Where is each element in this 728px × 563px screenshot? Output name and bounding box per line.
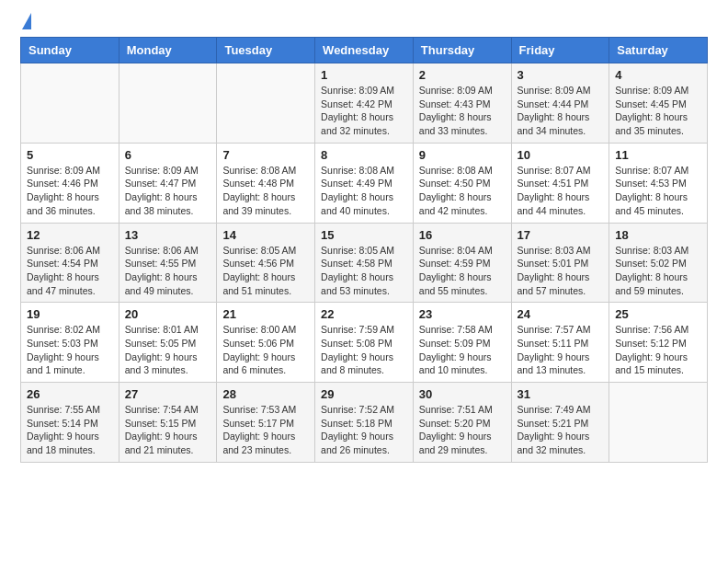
week-row-5: 26Sunrise: 7:55 AM Sunset: 5:14 PM Dayli…	[21, 383, 708, 463]
day-info: Sunrise: 8:09 AM Sunset: 4:46 PM Dayligh…	[27, 164, 113, 218]
day-number: 2	[419, 68, 506, 82]
day-cell: 27Sunrise: 7:54 AM Sunset: 5:15 PM Dayli…	[119, 383, 217, 463]
day-cell: 26Sunrise: 7:55 AM Sunset: 5:14 PM Dayli…	[21, 383, 119, 463]
day-info: Sunrise: 8:09 AM Sunset: 4:47 PM Dayligh…	[125, 164, 211, 218]
day-cell	[217, 63, 315, 144]
day-cell	[609, 383, 708, 463]
day-cell: 28Sunrise: 7:53 AM Sunset: 5:17 PM Dayli…	[217, 383, 315, 463]
day-cell: 7Sunrise: 8:08 AM Sunset: 4:48 PM Daylig…	[217, 143, 315, 223]
day-number: 20	[125, 307, 211, 321]
day-cell: 14Sunrise: 8:05 AM Sunset: 4:56 PM Dayli…	[217, 223, 315, 303]
day-cell: 21Sunrise: 8:00 AM Sunset: 5:06 PM Dayli…	[217, 303, 315, 383]
week-row-1: 1Sunrise: 8:09 AM Sunset: 4:42 PM Daylig…	[21, 63, 708, 144]
day-number: 29	[321, 387, 407, 401]
day-info: Sunrise: 8:02 AM Sunset: 5:03 PM Dayligh…	[27, 323, 113, 377]
day-cell: 11Sunrise: 8:07 AM Sunset: 4:53 PM Dayli…	[609, 143, 708, 223]
day-info: Sunrise: 7:56 AM Sunset: 5:12 PM Dayligh…	[615, 323, 701, 377]
day-info: Sunrise: 8:07 AM Sunset: 4:51 PM Dayligh…	[518, 164, 604, 218]
day-info: Sunrise: 8:09 AM Sunset: 4:45 PM Dayligh…	[615, 84, 701, 138]
day-info: Sunrise: 8:05 AM Sunset: 4:58 PM Dayligh…	[321, 244, 407, 298]
day-info: Sunrise: 8:09 AM Sunset: 4:43 PM Dayligh…	[419, 84, 506, 138]
day-cell: 25Sunrise: 7:56 AM Sunset: 5:12 PM Dayli…	[609, 303, 708, 383]
day-number: 8	[321, 148, 407, 162]
day-cell: 4Sunrise: 8:09 AM Sunset: 4:45 PM Daylig…	[609, 63, 708, 144]
day-cell: 3Sunrise: 8:09 AM Sunset: 4:44 PM Daylig…	[511, 63, 609, 144]
day-info: Sunrise: 8:06 AM Sunset: 4:54 PM Dayligh…	[27, 244, 113, 298]
header	[20, 17, 708, 29]
day-cell: 1Sunrise: 8:09 AM Sunset: 4:42 PM Daylig…	[315, 63, 414, 144]
day-info: Sunrise: 7:57 AM Sunset: 5:11 PM Dayligh…	[518, 323, 604, 377]
day-info: Sunrise: 8:01 AM Sunset: 5:05 PM Dayligh…	[125, 323, 211, 377]
day-info: Sunrise: 8:09 AM Sunset: 4:44 PM Dayligh…	[518, 84, 604, 138]
day-cell: 19Sunrise: 8:02 AM Sunset: 5:03 PM Dayli…	[21, 303, 119, 383]
day-number: 3	[518, 68, 604, 82]
day-info: Sunrise: 8:07 AM Sunset: 4:53 PM Dayligh…	[615, 164, 701, 218]
weekday-header-monday: Monday	[119, 38, 217, 63]
day-cell: 30Sunrise: 7:51 AM Sunset: 5:20 PM Dayli…	[413, 383, 511, 463]
logo-triangle-icon	[22, 13, 31, 29]
day-cell: 20Sunrise: 8:01 AM Sunset: 5:05 PM Dayli…	[119, 303, 217, 383]
day-number: 7	[222, 148, 309, 162]
logo	[20, 17, 31, 29]
day-number: 13	[125, 228, 211, 242]
day-number: 22	[321, 307, 407, 321]
day-cell: 2Sunrise: 8:09 AM Sunset: 4:43 PM Daylig…	[413, 63, 511, 144]
day-number: 30	[419, 387, 506, 401]
day-info: Sunrise: 8:08 AM Sunset: 4:50 PM Dayligh…	[419, 164, 506, 218]
day-info: Sunrise: 7:59 AM Sunset: 5:08 PM Dayligh…	[321, 323, 407, 377]
day-number: 11	[615, 148, 701, 162]
day-number: 14	[222, 228, 309, 242]
day-number: 21	[222, 307, 309, 321]
day-number: 28	[222, 387, 309, 401]
day-cell: 6Sunrise: 8:09 AM Sunset: 4:47 PM Daylig…	[119, 143, 217, 223]
weekday-header-wednesday: Wednesday	[315, 38, 414, 63]
day-number: 17	[518, 228, 604, 242]
day-info: Sunrise: 7:55 AM Sunset: 5:14 PM Dayligh…	[27, 403, 113, 457]
day-number: 16	[419, 228, 506, 242]
day-number: 27	[125, 387, 211, 401]
day-number: 10	[518, 148, 604, 162]
day-cell: 16Sunrise: 8:04 AM Sunset: 4:59 PM Dayli…	[413, 223, 511, 303]
day-number: 9	[419, 148, 506, 162]
day-cell: 5Sunrise: 8:09 AM Sunset: 4:46 PM Daylig…	[21, 143, 119, 223]
day-number: 18	[615, 228, 701, 242]
day-info: Sunrise: 7:53 AM Sunset: 5:17 PM Dayligh…	[222, 403, 309, 457]
day-info: Sunrise: 8:06 AM Sunset: 4:55 PM Dayligh…	[125, 244, 211, 298]
day-cell: 18Sunrise: 8:03 AM Sunset: 5:02 PM Dayli…	[609, 223, 708, 303]
day-cell: 31Sunrise: 7:49 AM Sunset: 5:21 PM Dayli…	[511, 383, 609, 463]
day-info: Sunrise: 8:03 AM Sunset: 5:01 PM Dayligh…	[518, 244, 604, 298]
day-info: Sunrise: 8:08 AM Sunset: 4:48 PM Dayligh…	[222, 164, 309, 218]
weekday-header-tuesday: Tuesday	[217, 38, 315, 63]
week-row-4: 19Sunrise: 8:02 AM Sunset: 5:03 PM Dayli…	[21, 303, 708, 383]
day-number: 31	[518, 387, 604, 401]
day-info: Sunrise: 8:09 AM Sunset: 4:42 PM Dayligh…	[321, 84, 407, 138]
day-number: 15	[321, 228, 407, 242]
day-number: 25	[615, 307, 701, 321]
day-cell: 23Sunrise: 7:58 AM Sunset: 5:09 PM Dayli…	[413, 303, 511, 383]
day-cell: 8Sunrise: 8:08 AM Sunset: 4:49 PM Daylig…	[315, 143, 414, 223]
page: SundayMondayTuesdayWednesdayThursdayFrid…	[0, 0, 728, 479]
day-info: Sunrise: 8:04 AM Sunset: 4:59 PM Dayligh…	[419, 244, 506, 298]
day-cell: 12Sunrise: 8:06 AM Sunset: 4:54 PM Dayli…	[21, 223, 119, 303]
day-number: 1	[321, 68, 407, 82]
calendar: SundayMondayTuesdayWednesdayThursdayFrid…	[20, 37, 708, 463]
day-number: 4	[615, 68, 701, 82]
day-info: Sunrise: 7:49 AM Sunset: 5:21 PM Dayligh…	[518, 403, 604, 457]
day-info: Sunrise: 8:03 AM Sunset: 5:02 PM Dayligh…	[615, 244, 701, 298]
weekday-header-row: SundayMondayTuesdayWednesdayThursdayFrid…	[21, 38, 708, 63]
day-cell: 24Sunrise: 7:57 AM Sunset: 5:11 PM Dayli…	[511, 303, 609, 383]
day-number: 12	[27, 228, 113, 242]
weekday-header-friday: Friday	[511, 38, 609, 63]
day-info: Sunrise: 7:52 AM Sunset: 5:18 PM Dayligh…	[321, 403, 407, 457]
day-info: Sunrise: 7:58 AM Sunset: 5:09 PM Dayligh…	[419, 323, 506, 377]
day-info: Sunrise: 8:08 AM Sunset: 4:49 PM Dayligh…	[321, 164, 407, 218]
day-cell: 17Sunrise: 8:03 AM Sunset: 5:01 PM Dayli…	[511, 223, 609, 303]
weekday-header-saturday: Saturday	[609, 38, 708, 63]
day-number: 19	[27, 307, 113, 321]
day-cell: 22Sunrise: 7:59 AM Sunset: 5:08 PM Dayli…	[315, 303, 414, 383]
weekday-header-thursday: Thursday	[413, 38, 511, 63]
day-number: 6	[125, 148, 211, 162]
day-cell: 29Sunrise: 7:52 AM Sunset: 5:18 PM Dayli…	[315, 383, 414, 463]
day-cell: 13Sunrise: 8:06 AM Sunset: 4:55 PM Dayli…	[119, 223, 217, 303]
day-number: 5	[27, 148, 113, 162]
